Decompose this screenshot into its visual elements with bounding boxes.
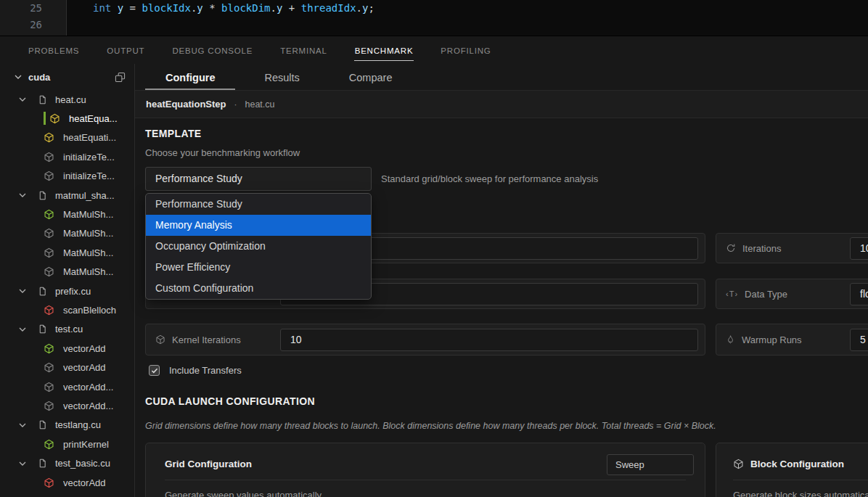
iterations-input[interactable]: 10 bbox=[850, 237, 868, 260]
grid-mode-select[interactable]: Sweep bbox=[607, 454, 694, 475]
editor-code-area[interactable]: int y = blockIdx.y * blockDim.y + thread… bbox=[67, 0, 868, 36]
flame-icon bbox=[726, 334, 735, 345]
code-token: blockIdx bbox=[142, 2, 190, 14]
panel-tab-problems[interactable]: PROBLEMS bbox=[28, 40, 80, 60]
kernel-sidebar: cuda heat.cuheatEqua...heatEquati...init… bbox=[0, 64, 135, 497]
cube-icon bbox=[44, 382, 54, 393]
tree-item-label: vectorAdd bbox=[63, 362, 106, 373]
sidebar-kernel-scanBlelloch[interactable]: scanBlelloch bbox=[0, 300, 134, 319]
sidebar-kernel-heatEqua[interactable]: heatEqua... bbox=[0, 109, 134, 128]
sidebar-kernel-heatEquati[interactable]: heatEquati... bbox=[0, 128, 134, 147]
sidebar-kernel-vectorAdd[interactable]: vectorAdd bbox=[0, 339, 134, 358]
sidebar-file-test_basiccu[interactable]: test_basic.cu bbox=[0, 453, 134, 472]
tree-item-label: initializeTe... bbox=[63, 152, 115, 163]
sidebar-kernel-vectorAdd[interactable]: vectorAdd bbox=[0, 358, 134, 377]
kernel-iterations-label: Kernel Iterations bbox=[172, 334, 241, 345]
tree-item-label: prefix.cu bbox=[55, 286, 91, 297]
panel-tab-debug-console[interactable]: DEBUG CONSOLE bbox=[171, 40, 253, 60]
checkbox-checked-icon[interactable] bbox=[149, 365, 160, 376]
dropdown-option[interactable]: Memory Analysis bbox=[146, 215, 371, 236]
app-window: 2526 int y = blockIdx.y * blockDim.y + t… bbox=[0, 0, 868, 497]
panel-tab-output[interactable]: OUTPUT bbox=[106, 40, 145, 60]
kernel-iterations-input[interactable]: 10 bbox=[280, 329, 698, 351]
chevron-down-icon bbox=[19, 97, 26, 102]
dropdown-option[interactable]: Performance Study bbox=[146, 194, 371, 215]
breadcrumb-kernel[interactable]: heatEquationStep bbox=[146, 99, 226, 110]
sidebar-kernel-initializeTe[interactable]: initializeTe... bbox=[0, 147, 134, 166]
breadcrumb-file[interactable]: heat.cu bbox=[245, 99, 275, 110]
code-token bbox=[111, 2, 117, 14]
panel-tab-bar: PROBLEMSOUTPUTDEBUG CONSOLETERMINALBENCH… bbox=[0, 36, 868, 64]
tree-item-label: MatMulSh... bbox=[63, 228, 113, 239]
sidebar-kernel-MatMulSh[interactable]: MatMulSh... bbox=[0, 243, 134, 262]
cube-icon bbox=[44, 152, 54, 163]
warmup-runs-input[interactable]: 5 bbox=[850, 329, 868, 351]
sidebar-file-testlangcu[interactable]: testlang.cu bbox=[0, 416, 134, 435]
cube-icon bbox=[733, 459, 744, 469]
panel-tab-terminal[interactable]: TERMINAL bbox=[279, 40, 328, 60]
divider bbox=[165, 480, 686, 480]
cube-icon bbox=[44, 343, 54, 354]
type-icon: ‹T› bbox=[726, 289, 738, 298]
tree-item-label: heatEqua... bbox=[69, 113, 118, 124]
data-type-input[interactable]: float bbox=[850, 283, 868, 305]
tree-item-label: vectorAdd bbox=[63, 343, 106, 354]
panel-tab-profiling[interactable]: PROFILING bbox=[440, 40, 491, 60]
dropdown-option[interactable]: Occupancy Optimization bbox=[146, 236, 371, 257]
sidebar-kernel-MatMulSh[interactable]: MatMulSh... bbox=[0, 224, 134, 243]
sidebar-header[interactable]: cuda bbox=[0, 64, 134, 90]
data-type-label-group: ‹T› Data Type bbox=[726, 279, 787, 308]
sidebar-file-matmul_sha[interactable]: matmul_sha... bbox=[0, 186, 134, 205]
breadcrumb-separator: · bbox=[234, 99, 237, 110]
dropdown-option[interactable]: Power Efficiency bbox=[146, 257, 371, 278]
block-configuration-hint: Generate block sizes automatically bbox=[733, 490, 868, 497]
sidebar-root-label: cuda bbox=[28, 72, 50, 83]
sidebar-kernel-printKernel[interactable]: printKernel bbox=[0, 435, 134, 453]
chevron-down-icon bbox=[19, 289, 26, 293]
tree-item-label: vectorAdd... bbox=[63, 401, 113, 411]
sidebar-kernel-MatMulSh[interactable]: MatMulSh... bbox=[0, 263, 134, 282]
code-token: = bbox=[130, 2, 136, 14]
benchmark-subtabs: ConfigureResultsCompare bbox=[135, 64, 868, 90]
sidebar-kernel-vectorAdd[interactable]: vectorAdd bbox=[0, 473, 134, 492]
template-select[interactable]: Performance Study bbox=[145, 167, 372, 191]
sidebar-kernel-initializeTe[interactable]: initializeTe... bbox=[0, 167, 134, 186]
chevron-down-icon bbox=[19, 461, 26, 466]
cube-icon bbox=[44, 247, 54, 258]
sidebar-kernel-MatMulSh[interactable]: MatMulSh... bbox=[0, 205, 134, 223]
chevron-down-icon bbox=[19, 193, 26, 197]
sidebar-file-testcu[interactable]: test.cu bbox=[0, 320, 134, 339]
tab-compare[interactable]: Compare bbox=[329, 66, 413, 90]
copy-icon[interactable] bbox=[115, 72, 126, 83]
code-editor[interactable]: 2526 int y = blockIdx.y * blockDim.y + t… bbox=[0, 0, 868, 36]
include-transfers-label: Include Transfers bbox=[169, 365, 242, 376]
sidebar-kernel-vectorAdd[interactable]: vectorAdd... bbox=[0, 396, 134, 415]
template-description: Standard grid/block sweep for performanc… bbox=[381, 173, 598, 184]
code-token: y bbox=[197, 2, 202, 14]
template-dropdown-list: Performance StudyMemory AnalysisOccupanc… bbox=[145, 193, 372, 300]
code-token: . bbox=[356, 2, 362, 14]
tree-item-label: MatMulSh... bbox=[63, 247, 113, 258]
cube-icon bbox=[44, 305, 54, 316]
data-type-label: Data Type bbox=[745, 289, 787, 300]
tree-item-label: heat.cu bbox=[55, 94, 86, 105]
kernel-iterations-label-group: Kernel Iterations bbox=[155, 324, 241, 355]
editor-code-line[interactable] bbox=[93, 19, 868, 36]
sidebar-kernel-vectorAdd[interactable]: vectorAdd... bbox=[0, 377, 134, 396]
panel-tab-benchmark[interactable]: BENCHMARK bbox=[354, 40, 414, 61]
template-section-title: TEMPLATE bbox=[145, 128, 202, 139]
file-icon bbox=[38, 419, 47, 430]
tab-results[interactable]: Results bbox=[244, 66, 319, 90]
editor-code-line[interactable]: int y = blockIdx.y * blockDim.y + thread… bbox=[93, 2, 868, 19]
editor-line-number: 26 bbox=[0, 19, 66, 36]
tree-item-label: test_basic.cu bbox=[55, 458, 110, 469]
tree-item-label: scanBlelloch bbox=[63, 305, 116, 316]
chevron-down-icon bbox=[15, 75, 22, 79]
include-transfers-checkbox-row[interactable]: Include Transfers bbox=[149, 365, 242, 376]
sidebar-file-heatcu[interactable]: heat.cu bbox=[0, 90, 134, 109]
tree-item-label: MatMulSh... bbox=[63, 209, 113, 220]
sidebar-file-prefixcu[interactable]: prefix.cu bbox=[0, 282, 134, 300]
code-token: threadIdx bbox=[301, 2, 356, 14]
dropdown-option[interactable]: Custom Configuration bbox=[146, 278, 371, 299]
tab-configure[interactable]: Configure bbox=[145, 66, 235, 90]
